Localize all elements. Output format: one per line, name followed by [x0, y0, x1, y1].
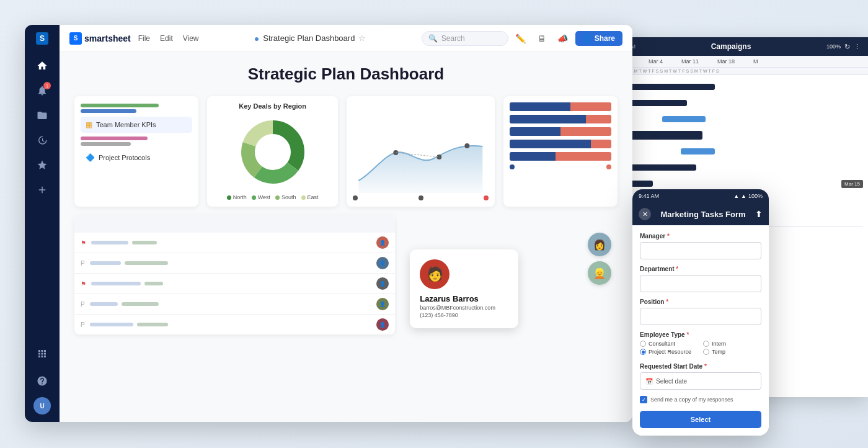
- drive-icon: 🔷: [86, 153, 95, 162]
- topbar-brand: smartsheet: [84, 34, 131, 43]
- share-button[interactable]: 👤 Share: [575, 31, 622, 46]
- notification-badge: 1: [43, 82, 51, 89]
- submit-label: Select: [691, 416, 711, 423]
- topbar-logo: S smartsheet: [69, 32, 131, 45]
- left-panel: ▦ Team Member KPIs 🔷 Project Protocols: [74, 96, 198, 207]
- date-placeholder: Select date: [656, 378, 687, 385]
- sidebar-item-apps[interactable]: [31, 343, 53, 365]
- manager-field-label: Manager *: [640, 233, 761, 240]
- hbar-row-5: [510, 152, 611, 161]
- flag-icon-3: ⚑: [81, 280, 86, 287]
- submit-button[interactable]: Select: [640, 411, 761, 428]
- present-btn[interactable]: 🖥: [533, 30, 551, 47]
- topbar-center: ● Strategic Plan Dashboard ☆: [206, 34, 414, 43]
- sidebar-item-recent[interactable]: [31, 129, 53, 151]
- priority-2: P: [81, 260, 85, 267]
- protocols-label: Project Protocols: [99, 154, 150, 161]
- position-input[interactable]: [640, 308, 761, 325]
- avatar-3: 👤: [376, 277, 389, 290]
- gantt-dates: Feb 25Mar 4Mar 11Mar 18M: [608, 56, 868, 68]
- radio-project-resource-label: Project Resource: [649, 349, 691, 355]
- search-placeholder: Search: [441, 34, 465, 43]
- hbar-row-1: [510, 102, 611, 111]
- share-icon: 👤: [583, 34, 592, 43]
- copy-checkbox[interactable]: ✓: [640, 396, 647, 403]
- radio-temp[interactable]: Temp: [703, 349, 761, 355]
- flag-icon-1: ⚑: [81, 240, 86, 246]
- legend-west: West: [258, 194, 270, 200]
- sidebar-item-browse[interactable]: [31, 104, 53, 127]
- position-field-label: Position *: [640, 298, 761, 305]
- contact-card: 🧑 Lazarus Barros barros@MBFconstruction.…: [410, 249, 518, 328]
- main-content: S smartsheet File Edit View ● Strategic …: [60, 25, 632, 422]
- sidebar-item-help[interactable]: [31, 370, 53, 392]
- gantt-header: 9:41 AM Campaigns 100% ↻ ⋮: [608, 37, 868, 56]
- donut-container: [213, 115, 332, 189]
- radio-consultant-label: Consultant: [649, 341, 675, 347]
- sidebar-item-home[interactable]: [31, 55, 53, 77]
- mobile-close-button[interactable]: ✕: [639, 208, 651, 220]
- wifi-icon: ▲: [733, 193, 739, 199]
- battery-level: 100%: [748, 193, 763, 199]
- milestone-label: Mar 15: [841, 180, 863, 188]
- kpi-label: Team Member KPIs: [96, 121, 156, 128]
- mobile-status-bar: 9:41 AM ▲ ▲ 100%: [632, 189, 769, 203]
- menu-file[interactable]: File: [138, 34, 150, 43]
- legend-east: East: [308, 194, 319, 200]
- sidebar-bottom: U: [31, 343, 53, 414]
- menu-edit[interactable]: Edit: [160, 34, 173, 43]
- hbar-row-4: [510, 140, 611, 148]
- sidebar-item-notifications[interactable]: 1: [31, 79, 53, 102]
- radio-intern[interactable]: Intern: [703, 341, 761, 347]
- radio-project-resource[interactable]: Project Resource: [640, 349, 698, 355]
- radio-columns: Consultant Project Resource Intern: [640, 341, 761, 357]
- contact-phone: (123) 456-7890: [420, 312, 508, 318]
- radio-consultant[interactable]: Consultant: [640, 341, 698, 347]
- hbar-chart-widget: [503, 96, 618, 207]
- copy-checkbox-row: ✓ Send me a copy of my responses: [640, 396, 761, 403]
- radio-intern-label: Intern: [712, 341, 726, 347]
- table-row-4: P 👤: [74, 294, 395, 315]
- mobile-form-body: Manager * Department * Position * Employ…: [632, 225, 769, 436]
- gantt-refresh-icon[interactable]: ↻: [844, 43, 850, 51]
- dept-required: *: [676, 266, 678, 272]
- mobile-share-button[interactable]: ⬆: [755, 209, 763, 219]
- svg-point-7: [465, 143, 470, 148]
- dashboard-name: Strategic Plan Dashboard: [263, 34, 355, 43]
- hbar-row-3: [510, 127, 611, 136]
- user-avatar[interactable]: U: [33, 397, 51, 414]
- radio-temp-dot: [703, 349, 709, 355]
- mobile-form-header: ✕ Marketing Tasks Form ⬆: [632, 203, 769, 225]
- avatar-5: 👤: [376, 318, 389, 331]
- smartsheet-wordmark-icon: S: [69, 32, 82, 45]
- search-icon: 🔍: [428, 34, 438, 43]
- contact-area: 🧑 Lazarus Barros barros@MBFconstruction.…: [404, 215, 618, 334]
- emptype-required: *: [686, 331, 689, 338]
- donut-chart-widget: Key Deals by Region: [207, 96, 338, 207]
- avatar-1: 👤: [376, 236, 389, 249]
- table-row-1: ⚑ 👤: [74, 233, 395, 253]
- date-input[interactable]: 📅 Select date: [640, 372, 761, 390]
- panel-item-protocols[interactable]: 🔷 Project Protocols: [81, 150, 192, 166]
- sidebar-item-favorites[interactable]: [31, 154, 53, 176]
- edit-btn[interactable]: ✏️: [512, 30, 529, 47]
- notify-btn[interactable]: 📣: [554, 30, 572, 47]
- priority-4: P: [81, 301, 85, 308]
- menu-view[interactable]: View: [183, 34, 199, 43]
- area-chart-widget: [347, 96, 495, 207]
- smartsheet-logo: S: [36, 32, 48, 45]
- gantt-menu-icon[interactable]: ⋮: [854, 43, 861, 51]
- contact-avatar: 🧑: [420, 259, 450, 289]
- panel-item-kpis[interactable]: ▦ Team Member KPIs: [81, 117, 192, 133]
- department-input[interactable]: [640, 275, 761, 292]
- sidebar-item-new[interactable]: [31, 179, 53, 201]
- manager-input[interactable]: [640, 242, 761, 259]
- position-required: *: [666, 298, 668, 305]
- donut-svg: [236, 115, 310, 189]
- gantt-title: Campaigns: [711, 42, 751, 51]
- extra-avatar-2: 👱: [588, 261, 611, 285]
- legend-south: South: [281, 194, 296, 200]
- star-favorite-icon[interactable]: ☆: [358, 34, 366, 43]
- search-bar[interactable]: 🔍 Search: [422, 31, 508, 46]
- radio-col-left: Consultant Project Resource: [640, 341, 698, 357]
